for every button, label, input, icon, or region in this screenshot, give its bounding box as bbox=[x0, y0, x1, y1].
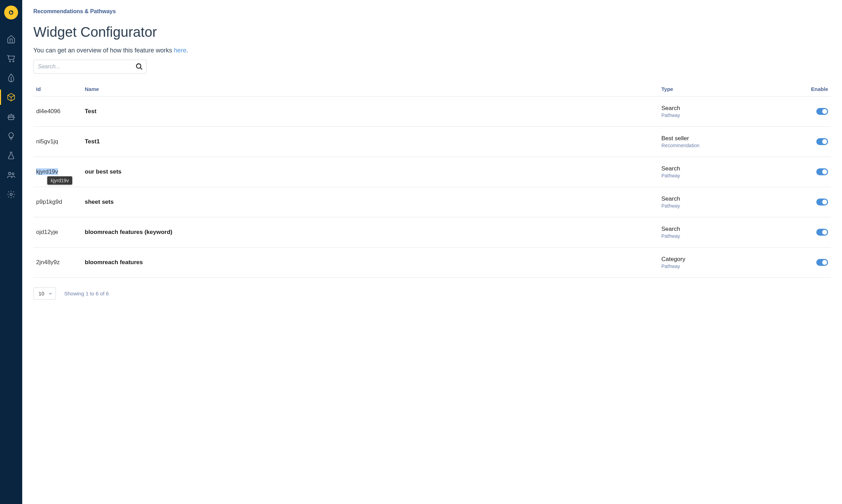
chevron-down-icon bbox=[48, 291, 53, 296]
pagination-showing: Showing 1 to 6 of 6 bbox=[64, 291, 109, 296]
type-main: Category bbox=[661, 256, 811, 263]
robot-icon bbox=[7, 112, 16, 121]
nav-cube[interactable] bbox=[0, 87, 22, 107]
type-main: Best seller bbox=[661, 135, 811, 142]
cell-id[interactable]: dl4e4096 bbox=[36, 108, 85, 115]
cell-id[interactable]: ojd12yje bbox=[36, 229, 85, 236]
cell-name[interactable]: our best sets bbox=[85, 168, 661, 175]
nav-bulb[interactable] bbox=[0, 126, 22, 146]
type-main: Search bbox=[661, 105, 811, 112]
svg-point-8 bbox=[12, 173, 14, 175]
svg-point-5 bbox=[9, 116, 10, 117]
search-icon[interactable] bbox=[135, 63, 143, 70]
svg-point-7 bbox=[8, 172, 11, 175]
cell-id[interactable]: 2jn48y9z bbox=[36, 259, 85, 266]
nav-cart[interactable] bbox=[0, 49, 22, 68]
overview-link[interactable]: here bbox=[174, 47, 187, 54]
type-sub: Recommendation bbox=[661, 143, 811, 148]
table-row[interactable]: kjyrd19vour best setsSearchPathwaykjyrd1… bbox=[33, 157, 831, 187]
leaf-icon bbox=[7, 73, 16, 82]
cart-icon bbox=[7, 54, 16, 63]
overview-text: You can get an overview of how this feat… bbox=[33, 47, 831, 54]
home-icon bbox=[7, 34, 16, 43]
table-row[interactable]: ojd12yjebloomreach features (keyword)Sea… bbox=[33, 217, 831, 247]
cell-name[interactable]: sheet sets bbox=[85, 199, 661, 205]
search-wrap bbox=[33, 60, 147, 74]
type-sub: Pathway bbox=[661, 263, 811, 269]
cell-enable bbox=[811, 168, 828, 175]
nav-people[interactable] bbox=[0, 165, 22, 185]
type-sub: Pathway bbox=[661, 233, 811, 239]
enable-toggle[interactable] bbox=[816, 108, 828, 115]
th-type[interactable]: Type bbox=[661, 86, 811, 92]
type-sub: Pathway bbox=[661, 112, 811, 118]
cell-name[interactable]: Test1 bbox=[85, 138, 661, 145]
page-title: Widget Configurator bbox=[33, 24, 831, 40]
svg-point-1 bbox=[11, 11, 13, 12]
enable-toggle[interactable] bbox=[816, 229, 828, 236]
nav-leaf[interactable] bbox=[0, 68, 22, 87]
nav-flask[interactable] bbox=[0, 146, 22, 165]
cell-enable bbox=[811, 138, 828, 145]
cell-id[interactable]: p9p1kg9d bbox=[36, 199, 85, 205]
search-input[interactable] bbox=[33, 60, 147, 74]
cell-type: SearchPathway bbox=[661, 165, 811, 178]
gear-icon bbox=[7, 190, 16, 199]
cell-id[interactable]: kjyrd19v bbox=[36, 168, 85, 175]
logo[interactable] bbox=[4, 6, 18, 19]
table-header: Id Name Type Enable bbox=[33, 86, 831, 96]
type-sub: Pathway bbox=[661, 203, 811, 209]
svg-point-10 bbox=[137, 64, 141, 68]
type-main: Search bbox=[661, 195, 811, 202]
logo-icon bbox=[8, 9, 15, 16]
cell-enable bbox=[811, 229, 828, 236]
cell-name[interactable]: Test bbox=[85, 108, 661, 115]
breadcrumb[interactable]: Recommendations & Pathways bbox=[33, 8, 831, 15]
th-enable[interactable]: Enable bbox=[811, 86, 828, 92]
nav-robot[interactable] bbox=[0, 107, 22, 126]
cell-enable bbox=[811, 259, 828, 266]
svg-point-2 bbox=[9, 61, 10, 62]
people-icon bbox=[7, 170, 16, 179]
main-content: Recommendations & Pathways Widget Config… bbox=[22, 0, 842, 504]
type-main: Search bbox=[661, 165, 811, 172]
svg-point-9 bbox=[10, 193, 13, 196]
cell-type: Best sellerRecommendation bbox=[661, 135, 811, 148]
table-row[interactable]: nl5gv1jqTest1Best sellerRecommendation bbox=[33, 127, 831, 157]
cell-enable bbox=[811, 108, 828, 115]
th-name[interactable]: Name bbox=[85, 86, 661, 92]
cell-type: SearchPathway bbox=[661, 226, 811, 239]
cell-enable bbox=[811, 199, 828, 205]
id-tooltip: kjyrd19v bbox=[47, 176, 72, 185]
enable-toggle[interactable] bbox=[816, 168, 828, 175]
cube-icon bbox=[7, 93, 16, 102]
enable-toggle[interactable] bbox=[816, 259, 828, 266]
table-footer: 10 Showing 1 to 6 of 6 bbox=[33, 287, 831, 300]
cell-type: CategoryPathway bbox=[661, 256, 811, 269]
type-main: Search bbox=[661, 226, 811, 233]
cell-type: SearchPathway bbox=[661, 195, 811, 209]
flask-icon bbox=[7, 151, 16, 160]
svg-point-3 bbox=[13, 61, 14, 62]
cell-type: SearchPathway bbox=[661, 105, 811, 118]
enable-toggle[interactable] bbox=[816, 199, 828, 205]
nav-gear[interactable] bbox=[0, 185, 22, 204]
cell-id[interactable]: nl5gv1jq bbox=[36, 138, 85, 145]
enable-toggle[interactable] bbox=[816, 138, 828, 145]
table-row[interactable]: p9p1kg9dsheet setsSearchPathway bbox=[33, 187, 831, 217]
cell-name[interactable]: bloomreach features (keyword) bbox=[85, 229, 661, 236]
table-row[interactable]: 2jn48y9zbloomreach featuresCategoryPathw… bbox=[33, 247, 831, 278]
cell-name[interactable]: bloomreach features bbox=[85, 259, 661, 266]
bulb-icon bbox=[7, 132, 16, 141]
page-size-select[interactable]: 10 bbox=[33, 287, 56, 300]
widgets-table: Id Name Type Enable dl4e4096TestSearchPa… bbox=[33, 86, 831, 278]
th-id[interactable]: Id bbox=[36, 86, 85, 92]
type-sub: Pathway bbox=[661, 173, 811, 178]
nav-home[interactable] bbox=[0, 29, 22, 49]
table-row[interactable]: dl4e4096TestSearchPathway bbox=[33, 96, 831, 127]
sidebar bbox=[0, 0, 22, 504]
svg-point-6 bbox=[12, 116, 13, 117]
